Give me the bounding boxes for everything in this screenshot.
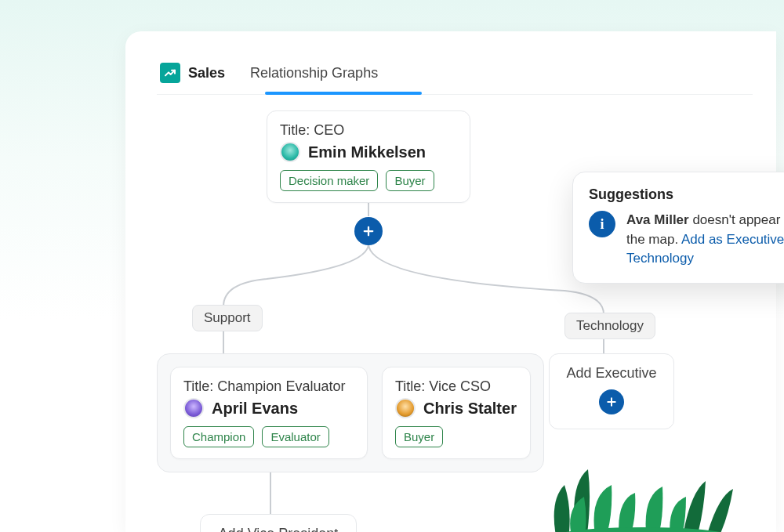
node-ceo-name: Emin Mikkelsen — [308, 143, 426, 161]
tab-relationship-graphs[interactable]: Relationship Graphs — [247, 57, 381, 92]
tab-sales-label: Sales — [188, 65, 225, 81]
group-label-support[interactable]: Support — [192, 305, 263, 331]
add-executive-card[interactable]: Add Executive — [549, 353, 674, 429]
plus-icon — [599, 389, 624, 414]
chip-decision-maker[interactable]: Decision maker — [280, 170, 378, 191]
chip-buyer[interactable]: Buyer — [386, 170, 434, 191]
suggestions-popover: Suggestions i Ava Miller doesn't appear … — [572, 172, 784, 284]
node-ceo[interactable]: Title: CEO Emin Mikkelsen Decision maker… — [267, 110, 470, 203]
add-vp-label: Add Vice President — [219, 526, 339, 532]
avatar-icon — [183, 398, 204, 418]
add-child-button[interactable] — [354, 217, 383, 245]
node-chris-stalter[interactable]: Title: Vice CSO Chris Stalter Buyer — [382, 367, 531, 459]
suggestion-name: Ava Miller — [626, 212, 689, 227]
tab-bar: Sales Relationship Graphs — [157, 55, 753, 95]
info-icon: i — [589, 211, 615, 237]
grass-decoration — [541, 454, 745, 532]
tab-sales[interactable]: Sales — [157, 55, 228, 94]
add-vice-president-card[interactable]: Add Vice President — [200, 514, 357, 532]
chip-evaluator[interactable]: Evaluator — [262, 426, 328, 447]
suggestions-heading: Suggestions — [589, 186, 784, 203]
node-april-evans[interactable]: Title: Champion Evaluator April Evans Ch… — [170, 367, 368, 459]
node-title: Title: Champion Evaluator — [183, 378, 354, 395]
avatar-icon — [280, 142, 300, 162]
avatar-icon — [395, 398, 416, 418]
add-executive-label: Add Executive — [566, 365, 656, 382]
chip-champion[interactable]: Champion — [183, 426, 254, 447]
node-name: Chris Stalter — [423, 400, 517, 418]
node-title: Title: Vice CSO — [395, 378, 517, 395]
node-name: April Evans — [212, 400, 298, 418]
suggestion-text: Ava Miller doesn't appear on the map. Ad… — [626, 211, 784, 269]
group-box-support: Title: Champion Evaluator April Evans Ch… — [157, 353, 544, 472]
chip-buyer[interactable]: Buyer — [395, 426, 443, 447]
sales-trend-icon — [160, 63, 180, 83]
group-label-technology[interactable]: Technology — [564, 313, 655, 339]
node-ceo-title: Title: CEO — [280, 122, 457, 139]
tab-relationship-label: Relationship Graphs — [250, 65, 378, 81]
